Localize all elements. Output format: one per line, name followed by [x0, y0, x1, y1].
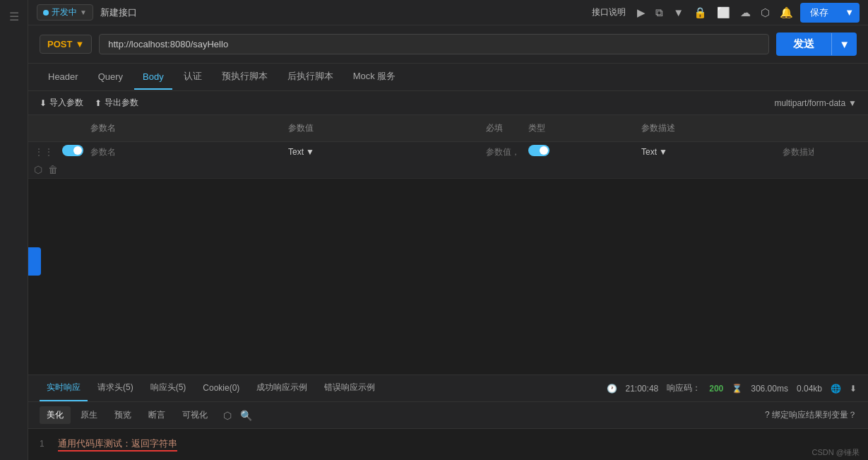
- line-number: 1: [40, 439, 44, 449]
- import-label: 导入参数: [49, 97, 83, 109]
- ftab-visualize[interactable]: 可视化: [175, 406, 215, 424]
- content-type-chevron-icon: ▼: [848, 98, 857, 108]
- required-toggle[interactable]: [62, 145, 83, 156]
- footer-label: CSDN @锤果: [812, 448, 860, 456]
- duplicate-icon[interactable]: ⬜: [717, 6, 730, 19]
- method-label: POST: [47, 39, 72, 49]
- play-icon[interactable]: ▶: [637, 6, 646, 19]
- env-selector[interactable]: 开发中 ▼: [37, 4, 93, 20]
- required-toggle-2[interactable]: [528, 145, 549, 156]
- top-bar: 开发中 ▼ 新建接口 接口说明 ▶ ⧉ ▼ 🔒 ⬜ ☁ ⬡ 🔔 保存 ▼: [28, 0, 868, 25]
- param-value-input[interactable]: [486, 147, 517, 157]
- tab-header[interactable]: Header: [40, 65, 87, 90]
- content-type-label: multipart/form-data: [774, 98, 845, 108]
- bind-var-label: 绑定响应结果到变量？: [772, 410, 857, 420]
- notification-icon[interactable]: 🔔: [780, 6, 793, 19]
- download-icon[interactable]: ⬇: [850, 384, 857, 394]
- bind-var-button[interactable]: ? 绑定响应结果到变量？: [765, 409, 857, 421]
- content-type-selector[interactable]: multipart/form-data ▼: [774, 98, 857, 108]
- param-name-input[interactable]: [90, 147, 277, 157]
- url-input[interactable]: [99, 34, 769, 54]
- response-size: 0.04kb: [797, 384, 822, 394]
- th-drag: [28, 119, 57, 137]
- import-params-button[interactable]: ⬇ 导入参数: [40, 97, 83, 109]
- response-code: 200: [709, 384, 723, 394]
- type-chevron-icon: ▼: [659, 147, 667, 157]
- type-selector[interactable]: Text ▼: [641, 147, 771, 157]
- copy-response-icon[interactable]: ⬡: [223, 410, 232, 421]
- response-tabs: 实时响应 请求头(5) 响应头(5) Cookie(0) 成功响应示例 错误响应…: [28, 375, 868, 402]
- tab-request-headers[interactable]: 请求头(5): [90, 375, 141, 401]
- request-tabs: Header Query Body 认证 预执行脚本 后执行脚本 Mock 服务: [28, 64, 868, 91]
- row-actions: ⬡ 🗑: [28, 161, 57, 178]
- tab-response-headers[interactable]: 响应头(5): [143, 375, 194, 401]
- tab-cookies[interactable]: Cookie(0): [196, 377, 246, 401]
- chevron-down-icon: ▼: [80, 8, 87, 16]
- params-toolbar: ⬇ 导入参数 ⬆ 导出参数 multipart/form-data ▼: [28, 91, 868, 115]
- cube-icon[interactable]: ⬡: [34, 164, 42, 175]
- params-table-header: 参数名 参数值 必填 类型 参数描述: [28, 115, 868, 142]
- tab-mock[interactable]: Mock 服务: [345, 64, 405, 90]
- export-label: 导出参数: [105, 97, 138, 109]
- blue-collapse-tab[interactable]: [28, 247, 41, 276]
- th-toggle: [57, 119, 85, 137]
- param-desc-input[interactable]: [783, 147, 814, 157]
- api-doc-button[interactable]: 接口说明: [588, 5, 630, 20]
- copy-dropdown-icon[interactable]: ▼: [673, 6, 684, 18]
- tab-error-example[interactable]: 错误响应示例: [317, 375, 382, 401]
- param-type-chevron-icon: ▼: [306, 147, 314, 157]
- th-required: 必填: [480, 119, 523, 137]
- save-dropdown-icon[interactable]: ▼: [839, 4, 860, 21]
- param-value-cell: [480, 144, 523, 160]
- save-label: 保存: [800, 3, 838, 23]
- required-cell[interactable]: [523, 142, 636, 161]
- share-icon[interactable]: ⬡: [761, 6, 770, 19]
- response-duration: 306.00ms: [751, 384, 788, 394]
- import-icon: ⬇: [40, 98, 47, 108]
- response-time: 21:00:48: [626, 384, 659, 394]
- sidebar-menu-icon[interactable]: ☰: [5, 6, 23, 28]
- body-content-area: [28, 179, 868, 375]
- tab-realtime-response[interactable]: 实时响应: [40, 375, 88, 401]
- copy-icon[interactable]: ⧉: [655, 6, 663, 19]
- table-row: ⋮⋮ Text ▼ Text ▼: [28, 142, 868, 179]
- lock-icon[interactable]: 🔒: [694, 6, 707, 19]
- method-chevron-icon: ▼: [75, 39, 84, 49]
- save-button[interactable]: 保存 ▼: [800, 3, 860, 23]
- search-response-icon[interactable]: 🔍: [240, 410, 252, 421]
- export-params-button[interactable]: ⬆ 导出参数: [95, 97, 138, 109]
- type-label: Text: [641, 147, 657, 157]
- ftab-raw[interactable]: 原生: [73, 406, 105, 424]
- delete-icon[interactable]: 🗑: [48, 164, 58, 175]
- row-toggle[interactable]: [57, 142, 85, 161]
- drag-handle-icon[interactable]: ⋮⋮: [28, 143, 57, 160]
- th-param-value: 参数值: [283, 119, 480, 137]
- tab-query[interactable]: Query: [90, 65, 131, 90]
- cloud-icon[interactable]: ☁: [740, 6, 751, 19]
- tab-auth[interactable]: 认证: [175, 64, 210, 90]
- tab-body[interactable]: Body: [134, 65, 172, 90]
- tab-success-example[interactable]: 成功响应示例: [249, 375, 314, 401]
- param-name-cell: [85, 144, 283, 160]
- timer-icon: ⌛: [732, 384, 742, 394]
- param-type-selector[interactable]: Text ▼: [288, 147, 475, 157]
- param-type-label: Text: [288, 147, 304, 157]
- send-dropdown-icon[interactable]: ▼: [831, 33, 857, 55]
- response-string: 通用代码库测试：返回字符串: [58, 437, 177, 452]
- tab-pre-script[interactable]: 预执行脚本: [213, 64, 276, 90]
- ftab-assert[interactable]: 断言: [141, 406, 172, 424]
- type-cell: Text ▼: [636, 144, 777, 160]
- page-footer: CSDN @锤果: [804, 445, 868, 460]
- clock-icon: 🕐: [607, 384, 617, 394]
- method-selector[interactable]: POST ▼: [40, 35, 92, 54]
- globe-icon[interactable]: 🌐: [831, 384, 841, 394]
- th-type: 类型: [523, 119, 636, 137]
- param-type-cell: Text ▼: [283, 144, 480, 160]
- response-text: 通用代码库测试：返回字符串: [58, 438, 177, 449]
- send-button[interactable]: 发送 ▼: [776, 33, 857, 56]
- tab-post-script[interactable]: 后执行脚本: [279, 64, 342, 90]
- ftab-preview[interactable]: 预览: [107, 406, 138, 424]
- response-section: 实时响应 请求头(5) 响应头(5) Cookie(0) 成功响应示例 错误响应…: [28, 375, 868, 460]
- ftab-beautify[interactable]: 美化: [40, 406, 71, 424]
- question-icon: ?: [765, 410, 770, 420]
